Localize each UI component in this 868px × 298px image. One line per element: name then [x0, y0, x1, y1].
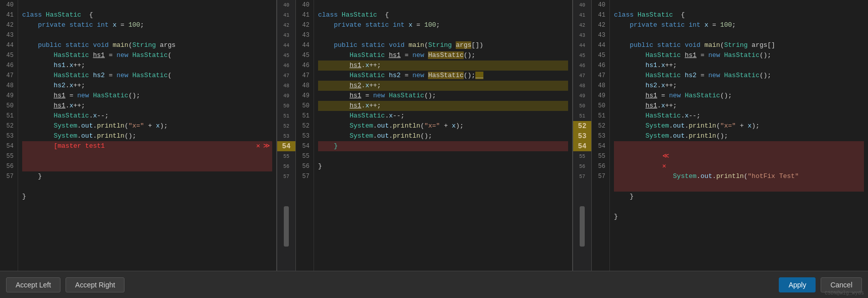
- right-line-57: }: [614, 212, 864, 222]
- right-line-46: hs1.x++;: [614, 61, 864, 71]
- left-line-50: hs1.x++;: [22, 101, 272, 111]
- conflict-arrow-left[interactable]: ≪: [661, 152, 670, 160]
- left-line-55: }: [22, 171, 272, 182]
- accept-right-button[interactable]: Accept Right: [66, 277, 125, 292]
- left-line-54: [master test1 ✕ ≫: [22, 141, 272, 171]
- conflict-arrow-right[interactable]: ≫: [262, 141, 271, 151]
- cancel-button[interactable]: Cancel: [821, 277, 862, 292]
- center-pane: 40 41 42 43 44 45 46 47 48 49 50 51 52 5…: [296, 0, 573, 271]
- right-gutter-vscroll[interactable]: [580, 206, 585, 247]
- center-line-52: System.out.println("x=" + x);: [318, 121, 568, 131]
- left-line-56: [22, 182, 272, 192]
- center-code-scroll[interactable]: 40 41 42 43 44 45 46 47 48 49 50 51 52 5…: [296, 0, 572, 271]
- accept-left-button[interactable]: Accept Left: [6, 277, 60, 292]
- center-line-numbers: 40 41 42 43 44 45 46 47 48 49 50 51 52 5…: [296, 0, 314, 271]
- left-line-40: [22, 0, 272, 10]
- left-gutter-vscroll[interactable]: [284, 206, 289, 247]
- right-line-40: [614, 0, 864, 10]
- right-line-50: hs1.x++;: [614, 101, 864, 111]
- right-pane: 40 41 42 43 44 45 46 47 48 49 50 51 52 5…: [592, 0, 868, 271]
- center-line-44: public static void main(String args[]): [318, 40, 568, 50]
- right-line-45: HasStatic hs1 = new HasStatic();: [614, 50, 864, 61]
- left-line-53: System.out.println();: [22, 131, 272, 141]
- left-pane: 40 41 42 43 44 45 46 47 48 49 50 51 52 5…: [0, 0, 277, 271]
- left-line-47: HasStatic hs2 = new HasStatic(: [22, 71, 272, 81]
- left-line-52: System.out.println("x=" + x);: [22, 121, 272, 131]
- right-line-55: }: [614, 192, 864, 202]
- left-line-41: class HasStatic {: [22, 10, 272, 20]
- center-line-43: [318, 30, 568, 40]
- right-line-48: hs2.x++;: [614, 81, 864, 91]
- left-code-lines: class HasStatic { private static int x =…: [18, 0, 276, 271]
- left-line-numbers: 40 41 42 43 44 45 46 47 48 49 50 51 52 5…: [0, 0, 18, 271]
- right-code-scroll[interactable]: 40 41 42 43 44 45 46 47 48 49 50 51 52 5…: [592, 0, 868, 271]
- toolbar-right: Apply Cancel: [779, 277, 862, 292]
- center-line-53: System.out.println();: [318, 131, 568, 141]
- right-line-42: private static int x = 100;: [614, 20, 864, 30]
- left-line-46: hs1.x++;: [22, 61, 272, 71]
- center-line-40: [318, 0, 568, 10]
- conflict-x-right[interactable]: ✕: [661, 162, 667, 170]
- center-line-48: hs2.x++;: [318, 81, 568, 91]
- center-line-41: class HasStatic {: [318, 10, 568, 20]
- left-line-43: [22, 30, 272, 40]
- center-line-56: }: [318, 161, 568, 171]
- center-line-51: HasStatic.x--;: [318, 111, 568, 121]
- right-code-lines: class HasStatic { private static int x =…: [610, 0, 868, 271]
- editor-area: 40 41 42 43 44 45 46 47 48 49 50 51 52 5…: [0, 0, 868, 271]
- center-code-lines: class HasStatic { private static int x =…: [314, 0, 572, 271]
- right-line-51: HasStatic.x--;: [614, 111, 864, 121]
- left-line-57: }: [22, 192, 272, 202]
- left-line-45: HasStatic hs1 = new HasStatic(: [22, 50, 272, 61]
- center-line-47: HasStatic hs2 = new HasStatic();__: [318, 71, 568, 81]
- right-line-49: hs1 = new HasStatic();: [614, 91, 864, 101]
- watermark: CSDN@wlg_wyds: [825, 290, 864, 296]
- left-line-51: HasStatic.x--;: [22, 111, 272, 121]
- center-line-42: private static int x = 100;: [318, 20, 568, 30]
- left-center-gutter: 40 41 42 43 44 45 46 47 48 49 50 51 52 5…: [277, 0, 296, 271]
- left-code-scroll[interactable]: 40 41 42 43 44 45 46 47 48 49 50 51 52 5…: [0, 0, 276, 271]
- right-line-53: System.out.println();: [614, 131, 864, 141]
- toolbar: Accept Left Accept Right Apply Cancel: [0, 271, 868, 298]
- right-center-gutter: 40 41 42 43 44 45 46 47 48 49 50 51 52 5…: [573, 0, 592, 271]
- left-line-49: hs1 = new HasStatic();: [22, 91, 272, 101]
- center-line-46: hs1.x++;: [318, 61, 568, 71]
- center-line-45: HasStatic hs1 = new HasStatic();: [318, 50, 568, 61]
- apply-button[interactable]: Apply: [779, 277, 816, 292]
- right-line-numbers: 40 41 42 43 44 45 46 47 48 49 50 51 52 5…: [592, 0, 610, 271]
- right-line-56: [614, 202, 864, 212]
- right-line-41: class HasStatic {: [614, 10, 864, 20]
- right-line-44: public static void main(String args[]: [614, 40, 864, 50]
- left-line-42: private static int x = 100;: [22, 20, 272, 30]
- right-line-52: System.out.println("x=" + x);: [614, 121, 864, 131]
- center-line-55: [318, 151, 568, 161]
- right-line-47: HasStatic hs2 = new HasStatic();: [614, 71, 864, 81]
- center-line-50: hs1.x++;: [318, 101, 568, 111]
- conflict-x-left[interactable]: ✕: [255, 141, 261, 151]
- right-line-54: ≪ ✕ System.out.println("hotFix Test": [614, 141, 864, 192]
- center-line-49: hs1 = new HasStatic();: [318, 91, 568, 101]
- left-line-48: hs2.x++;: [22, 81, 272, 91]
- center-line-54: }: [318, 141, 568, 151]
- right-line-43: [614, 30, 864, 40]
- left-line-44: public static void main(String args: [22, 40, 272, 50]
- center-line-57: [318, 171, 568, 182]
- toolbar-left: Accept Left Accept Right: [6, 277, 125, 292]
